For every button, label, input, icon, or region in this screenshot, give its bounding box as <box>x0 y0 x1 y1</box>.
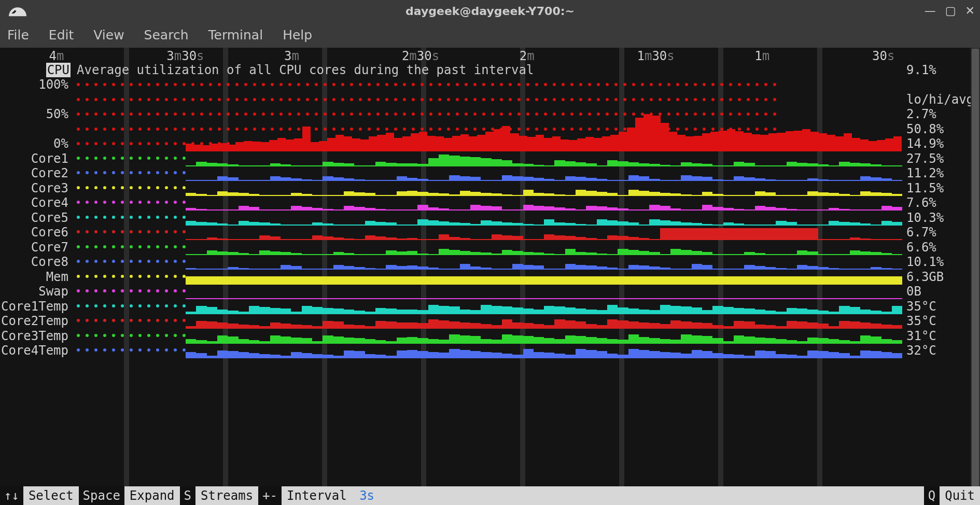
window-title: daygeek@daygeek-Y700:~ <box>0 5 980 18</box>
cpu-chart <box>186 77 902 151</box>
row-label-mem: Mem <box>46 270 68 285</box>
row-chart-core2temp <box>77 314 902 329</box>
row-value-mem: 6.3GB <box>906 270 944 285</box>
row-label-core2temp: Core2Temp <box>1 314 68 329</box>
row-value-core1temp: 35°C <box>906 299 936 314</box>
row-chart-swap <box>77 284 902 299</box>
timeline-tick: 4m <box>49 49 64 64</box>
key-select[interactable]: ↑↓ <box>0 486 23 505</box>
row-value-core5: 10.3% <box>906 211 944 226</box>
row-chart-core6 <box>77 225 902 240</box>
titlebar: daygeek@daygeek-Y700:~ — ▢ ✕ <box>0 0 980 22</box>
row-chart-core3temp <box>77 329 902 344</box>
row-label-core6: Core6 <box>31 225 68 240</box>
menu-file[interactable]: File <box>7 27 29 43</box>
row-label-core1temp: Core1Temp <box>1 299 68 314</box>
row-value-core4temp: 32°C <box>906 343 936 358</box>
row-chart-core8 <box>77 255 902 270</box>
row-label-core7: Core7 <box>31 240 68 255</box>
cpu-ytick: 100% <box>38 77 68 92</box>
row-chart-mem <box>77 270 902 285</box>
scrollbar[interactable] <box>971 48 980 486</box>
row-value-core7: 6.6% <box>906 240 936 255</box>
row-chart-core4 <box>77 195 902 211</box>
key-quit[interactable]: Q <box>924 486 940 505</box>
row-label-swap: Swap <box>38 284 68 299</box>
label-select: Select <box>23 488 79 503</box>
cpu-ytick: 0% <box>53 136 68 151</box>
menu-help[interactable]: Help <box>283 27 312 43</box>
row-label-core5: Core5 <box>31 211 68 226</box>
row-chart-core5 <box>77 211 902 226</box>
menu-search[interactable]: Search <box>144 27 189 43</box>
cpu-description: Average utilization of all CPU cores dur… <box>77 63 534 78</box>
row-chart-core1temp <box>77 299 902 314</box>
row-value-core1: 27.5% <box>906 151 944 166</box>
row-label-core4temp: Core4Temp <box>1 343 68 358</box>
row-label-core3temp: Core3Temp <box>1 329 68 344</box>
menu-edit[interactable]: Edit <box>49 27 74 43</box>
row-value-core4: 7.6% <box>906 195 936 211</box>
row-chart-core1 <box>77 151 902 166</box>
interval-value: 3s <box>359 488 374 503</box>
key-expand[interactable]: Space <box>79 486 124 505</box>
minimize-icon[interactable]: — <box>925 4 936 17</box>
label-expand: Expand <box>124 488 180 503</box>
menu-terminal[interactable]: Terminal <box>208 27 263 43</box>
label-quit: Quit <box>940 488 980 503</box>
close-icon[interactable]: ✕ <box>965 4 975 17</box>
cpu-label: CPU <box>46 63 71 78</box>
row-label-core4: Core4 <box>31 195 68 211</box>
row-chart-core7 <box>77 240 902 255</box>
scrollbar-thumb[interactable] <box>972 49 979 487</box>
terminal-icon <box>7 3 28 19</box>
row-chart-core2 <box>77 166 902 181</box>
row-value-core3temp: 31°C <box>906 329 936 344</box>
row-value-core8: 10.1% <box>906 255 944 270</box>
cpu-ytick: 50% <box>46 107 68 122</box>
menu-view[interactable]: View <box>93 27 124 43</box>
key-streams[interactable]: S <box>180 486 195 505</box>
key-interval[interactable]: +- <box>258 486 282 505</box>
row-label-core8: Core8 <box>31 255 68 270</box>
cpu-stat: lo/hi/avg <box>906 92 974 107</box>
label-streams: Streams <box>195 488 258 503</box>
row-label-core3: Core3 <box>31 181 68 196</box>
row-label-core2: Core2 <box>31 166 68 181</box>
row-label-core1: Core1 <box>31 151 68 166</box>
row-chart-core4temp <box>77 343 902 358</box>
row-value-core2: 11.2% <box>906 166 944 181</box>
terminal-window: daygeek@daygeek-Y700:~ — ▢ ✕ File Edit V… <box>0 0 980 505</box>
row-chart-core3 <box>77 181 902 196</box>
cpu-stat: 2.7% <box>906 107 936 122</box>
cpu-value: 9.1% <box>906 63 936 78</box>
maximize-icon[interactable]: ▢ <box>945 4 956 17</box>
row-value-core3: 11.5% <box>906 181 944 196</box>
row-value-core2temp: 35°C <box>906 314 936 329</box>
statusbar: ↑↓Select SpaceExpand SStreams +-Interval… <box>0 486 980 505</box>
window-controls: — ▢ ✕ <box>925 4 975 17</box>
label-interval: Interval <box>282 488 352 503</box>
cpu-stat: 50.8% <box>906 122 944 137</box>
row-value-swap: 0B <box>906 284 921 299</box>
cpu-stat: 14.9% <box>906 136 944 151</box>
terminal-body[interactable]: 4m3m30s3m2m30s2m1m30s1m30sNowCPU100%50%0… <box>0 48 980 486</box>
row-value-core6: 6.7% <box>906 225 936 240</box>
menubar: File Edit View Search Terminal Help <box>0 22 980 48</box>
